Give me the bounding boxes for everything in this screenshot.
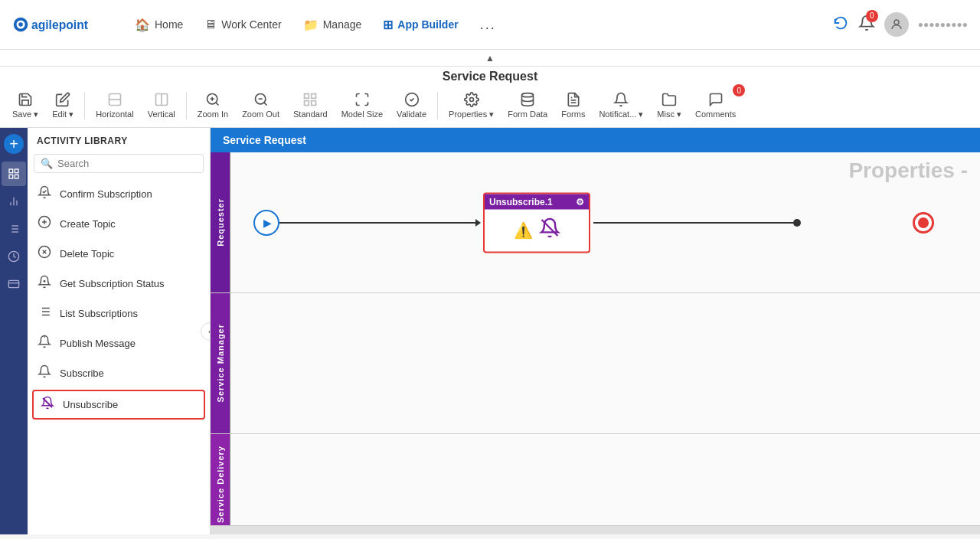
svg-line-14	[263, 103, 266, 106]
strip-bar-chart-icon[interactable]	[2, 189, 26, 214]
svg-rect-19	[305, 101, 309, 106]
delete-topic-label: Delete Topic	[60, 248, 114, 260]
appbuilder-icon: ⊞	[383, 18, 393, 32]
strip-clock-icon[interactable]	[2, 244, 26, 269]
confirm-subscription-icon	[37, 185, 52, 203]
svg-rect-39	[8, 280, 18, 287]
activity-node-unsubscribe[interactable]: Unsubscribe.1 ⚙ ⚠️	[483, 192, 590, 253]
lane-service-manager-label: Service Manager	[216, 324, 225, 402]
sidebar-item-list-subscriptions[interactable]: List Subscriptions	[28, 299, 210, 328]
svg-rect-26	[15, 169, 18, 173]
sidebar-item-delete-topic[interactable]: Delete Topic	[28, 239, 210, 269]
search-box[interactable]: 🔍	[34, 154, 204, 173]
toolbar-misc[interactable]: Misc ▾	[651, 89, 688, 122]
svg-text:agilepoint: agilepoint	[31, 18, 89, 31]
node-warning-icon: ⚠️	[514, 221, 533, 240]
edit-label: Edit ▾	[52, 109, 74, 119]
svg-rect-28	[9, 175, 13, 178]
canvas-content[interactable]: Requester ▶ U	[211, 152, 980, 534]
divider-2	[186, 92, 187, 119]
nav-notifications-btn[interactable]: 0	[858, 15, 875, 35]
list-subscriptions-icon	[37, 305, 52, 322]
lane-service-delivery-label: Service Delivery	[216, 446, 225, 523]
notifications-label: Notificat... ▾	[599, 109, 643, 119]
notification-badge: 0	[866, 10, 878, 22]
strip-activities-icon[interactable]	[2, 162, 26, 186]
lane-requester-label-col: Requester	[211, 152, 230, 292]
toolbar-validate[interactable]: Validate	[390, 89, 433, 122]
publish-message-label: Publish Message	[60, 338, 136, 349]
lane-service-delivery-content[interactable]	[230, 434, 980, 534]
svg-rect-18	[312, 101, 316, 106]
sidebar-item-create-topic[interactable]: Create Topic	[28, 209, 210, 239]
page-title: Service Request	[0, 67, 980, 83]
toolbar-formdata[interactable]: Form Data	[501, 89, 554, 122]
nav-workcenter[interactable]: 🖥 Work Center	[195, 13, 290, 36]
formdata-label: Form Data	[508, 109, 547, 119]
lane-service-delivery: Service Delivery	[211, 434, 980, 534]
sidebar-item-unsubscribe[interactable]: Unsubscribe	[32, 390, 205, 420]
toolbar-properties[interactable]: Properties ▾	[443, 89, 500, 122]
lane-service-delivery-label-col: Service Delivery	[211, 434, 230, 534]
node-header: Unsubscribe.1 ⚙	[485, 194, 589, 209]
create-topic-label: Create Topic	[60, 218, 116, 230]
sidebar-item-confirm-subscription[interactable]: Confirm Subscription	[28, 179, 210, 209]
toolbar-notifications[interactable]: Notificat... ▾	[593, 89, 649, 122]
toolbar-forms[interactable]: Forms	[555, 89, 591, 122]
toolbar-zoomin[interactable]: Zoom In	[191, 89, 234, 122]
nav-home-label: Home	[155, 18, 183, 31]
nav-items: 🏠 Home 🖥 Work Center 📁 Manage ⊞ App Buil…	[126, 12, 826, 38]
workcenter-icon: 🖥	[204, 18, 217, 31]
nav-more[interactable]: ...	[471, 12, 505, 38]
node-settings-icon[interactable]: ⚙	[576, 196, 584, 207]
toolbar-standard[interactable]: Standard	[287, 89, 334, 122]
collapse-chevron[interactable]: ▲	[485, 53, 495, 64]
toolbar-horizontal[interactable]: Horizontal	[90, 89, 140, 122]
canvas-title-bar: Service Request	[211, 128, 980, 152]
strip-list-icon[interactable]	[2, 217, 26, 241]
misc-label: Misc ▾	[657, 109, 681, 119]
svg-point-2	[18, 22, 23, 27]
nav-manage[interactable]: 📁 Manage	[294, 13, 371, 37]
toolbar-comments[interactable]: 0 Comments	[689, 89, 742, 122]
nav-appbuilder[interactable]: ⊞ App Builder	[374, 13, 467, 37]
properties-watermark: Properties -	[848, 158, 968, 183]
search-input[interactable]	[57, 158, 197, 169]
nav-right: 0 ●●●●●●●●●	[832, 12, 968, 37]
arrow-to-node	[475, 219, 481, 227]
create-topic-icon	[37, 215, 52, 233]
lane-requester-content[interactable]: ▶ Unsubscribe.1 ⚙	[230, 152, 980, 292]
horizontal-scrollbar[interactable]	[211, 525, 980, 534]
add-activity-btn[interactable]: +	[4, 134, 24, 154]
unsubscribe-label: Unsubscribe	[63, 399, 118, 410]
sidebar-item-get-subscription-status[interactable]: Get Subscription Status	[28, 269, 210, 299]
canvas-area: Service Request Requester ▶	[211, 128, 980, 534]
publish-message-icon	[37, 335, 52, 352]
get-subscription-status-icon	[37, 275, 52, 292]
lane-service-manager-content[interactable]	[230, 293, 980, 433]
delete-topic-icon	[37, 245, 52, 263]
svg-point-47	[44, 281, 45, 283]
modelsize-label: Model Size	[341, 109, 383, 119]
sidebar-item-publish-message[interactable]: Publish Message	[28, 328, 210, 358]
svg-point-21	[469, 97, 473, 101]
logo: agilepoint	[12, 11, 104, 38]
lane-requester: Requester ▶ U	[211, 152, 980, 293]
nav-refresh-btn[interactable]	[832, 15, 849, 35]
connector-to-end	[593, 222, 800, 224]
toolbar-edit[interactable]: Edit ▾	[46, 89, 80, 122]
strip-id-icon[interactable]	[2, 272, 26, 296]
subscribe-label: Subscribe	[60, 368, 104, 379]
sidebar-item-subscribe[interactable]: Subscribe	[28, 358, 210, 388]
divider-3	[437, 92, 438, 119]
node-body: ⚠️	[485, 209, 589, 251]
vertical-label: Vertical	[148, 109, 175, 119]
nav-home[interactable]: 🏠 Home	[126, 13, 192, 37]
toolbar-save[interactable]: Save ▾	[6, 89, 44, 122]
toolbar-modelsize[interactable]: Model Size	[335, 89, 389, 122]
toolbar-vertical[interactable]: Vertical	[142, 89, 181, 122]
toolbar-zoomout[interactable]: Zoom Out	[236, 89, 286, 122]
user-name: ●●●●●●●●●	[918, 19, 968, 30]
get-subscription-status-label: Get Subscription Status	[60, 278, 165, 289]
svg-rect-27	[15, 175, 18, 178]
